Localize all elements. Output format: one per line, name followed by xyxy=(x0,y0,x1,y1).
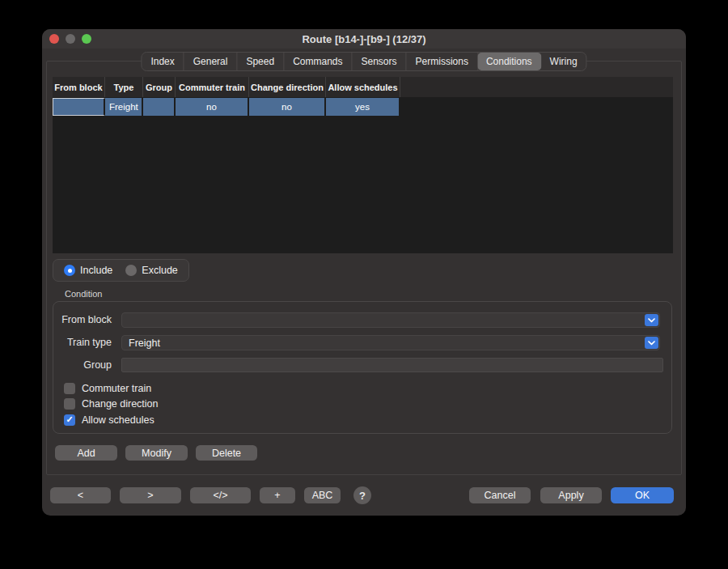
code-button[interactable]: </> xyxy=(190,487,251,503)
dialog-tab-bar: Index General Speed Commands Sensors Per… xyxy=(141,52,586,71)
title-bar: Route [b14-]-[b9-] (12/37) xyxy=(42,29,686,49)
route-dialog-window: Route [b14-]-[b9-] (12/37) Index General… xyxy=(42,29,686,516)
conditions-tab-panel xyxy=(46,61,682,475)
cancel-button[interactable]: Cancel xyxy=(469,487,531,503)
desktop: { "window": { "title": "Route [b14-]-[b9… xyxy=(0,0,728,569)
minimize-window-icon[interactable] xyxy=(66,34,75,44)
condition-group-label: Condition xyxy=(65,289,102,299)
ok-button[interactable]: OK xyxy=(611,487,674,503)
next-route-button[interactable]: > xyxy=(120,487,181,503)
tab-commands[interactable]: Commands xyxy=(284,53,352,70)
tab-wiring[interactable]: Wiring xyxy=(541,53,586,70)
prev-route-button[interactable]: < xyxy=(50,487,111,503)
tab-general[interactable]: General xyxy=(184,53,238,70)
help-button[interactable]: ? xyxy=(353,486,371,504)
tab-index[interactable]: Index xyxy=(142,53,184,70)
window-title: Route [b14-]-[b9-] (12/37) xyxy=(302,33,425,45)
plus-button[interactable]: + xyxy=(260,487,295,503)
tab-sensors[interactable]: Sensors xyxy=(353,53,407,70)
zoom-window-icon[interactable] xyxy=(82,34,91,44)
tab-conditions[interactable]: Conditions xyxy=(477,53,542,70)
traffic-lights xyxy=(49,34,91,44)
abc-button[interactable]: ABC xyxy=(304,487,341,503)
apply-button[interactable]: Apply xyxy=(540,487,602,503)
close-window-icon[interactable] xyxy=(49,34,59,44)
tab-permissions[interactable]: Permissions xyxy=(407,53,478,70)
tab-speed[interactable]: Speed xyxy=(237,53,284,70)
